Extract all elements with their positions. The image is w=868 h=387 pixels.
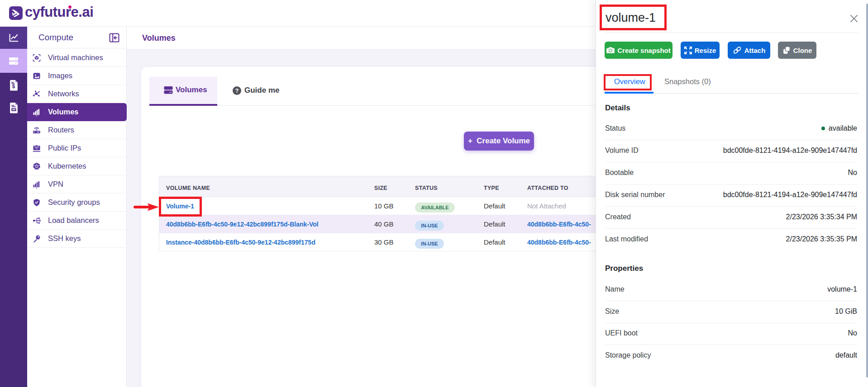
svg-text:$: $	[12, 83, 15, 89]
